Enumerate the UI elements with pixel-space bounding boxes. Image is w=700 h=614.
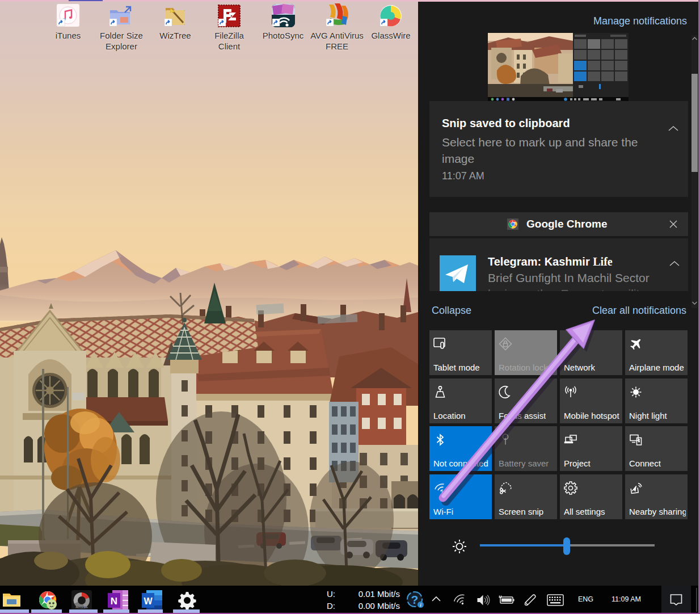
svg-text:N: N — [111, 596, 117, 607]
svg-text:W: W — [144, 596, 153, 606]
svg-text:PHOTOSCAPE: PHOTOSCAPE — [76, 607, 88, 609]
svg-text:?: ? — [411, 593, 419, 606]
